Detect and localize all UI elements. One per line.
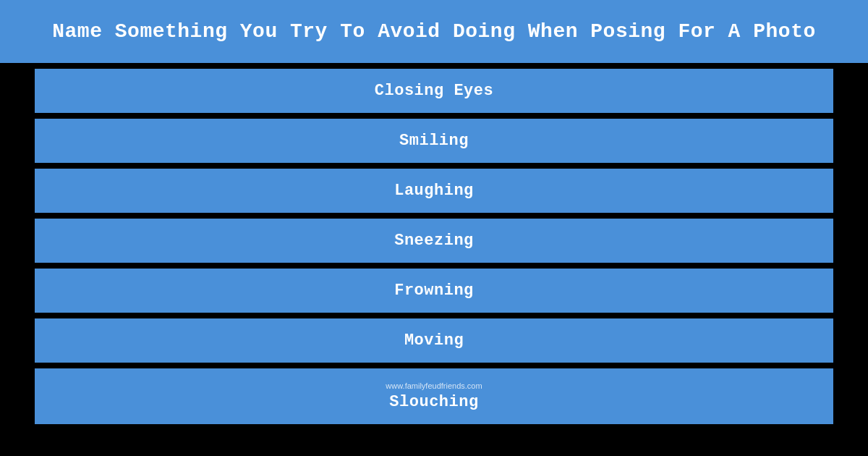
black-divider <box>0 63 868 69</box>
answer-row-1[interactable]: Closing Eyes <box>35 69 833 113</box>
answer-row-5[interactable]: Frowning <box>35 269 833 313</box>
answer-row-4[interactable]: Sneezing <box>35 219 833 263</box>
header-title: Name Something You Try To Avoid Doing Wh… <box>52 20 815 43</box>
header: Name Something You Try To Avoid Doing Wh… <box>0 0 868 63</box>
answer-text-6: Moving <box>404 332 464 350</box>
answer-text-2: Smiling <box>399 132 469 150</box>
answer-text-5: Frowning <box>394 282 474 300</box>
answer-text-4: Sneezing <box>394 232 474 250</box>
answers-container: Closing Eyes Smiling Laughing Sneezing F… <box>0 69 868 363</box>
answer-text-1: Closing Eyes <box>375 82 493 100</box>
answer-text-3: Laughing <box>394 182 474 200</box>
answer-row-3[interactable]: Laughing <box>35 169 833 213</box>
answer-row-2[interactable]: Smiling <box>35 119 833 163</box>
watermark: www.familyfeudfriends.com <box>49 381 819 390</box>
answer-row-7-partial[interactable]: www.familyfeudfriends.com Slouching <box>35 368 833 424</box>
answer-text-7: Slouching <box>389 393 478 411</box>
answer-row-6[interactable]: Moving <box>35 318 833 363</box>
